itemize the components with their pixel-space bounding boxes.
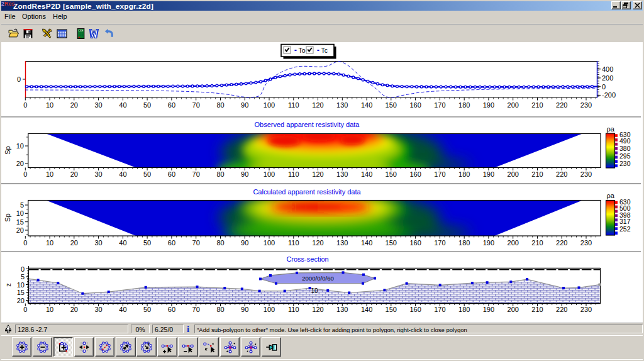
svg-text:180: 180 [458,170,470,178]
svg-text:160: 160 [409,306,421,313]
svg-text:50: 50 [143,101,151,109]
svg-text:140: 140 [361,239,372,247]
svg-text:230: 230 [580,101,592,109]
svg-text:120: 120 [312,170,323,178]
svg-text:210: 210 [531,306,543,313]
svg-text:40: 40 [119,239,126,247]
svg-text:180: 180 [458,239,470,247]
svg-text:To: To [299,47,306,54]
svg-text:Cross-section: Cross-section [286,255,328,263]
svg-text:20: 20 [17,297,25,304]
svg-text:180: 180 [458,101,470,109]
svg-text:30: 30 [94,170,102,178]
svg-text:Observed apparent resistivity: Observed apparent resistivity data [255,121,360,128]
svg-text:30: 30 [94,306,102,313]
svg-text:210: 210 [531,239,543,247]
svg-text:190: 190 [483,101,494,109]
svg-text:100: 100 [264,101,275,109]
svg-text:190: 190 [483,170,494,178]
svg-text:220: 220 [556,306,567,313]
svg-text:50: 50 [143,239,151,247]
svg-text:10: 10 [46,170,53,178]
svg-text:60: 60 [168,306,175,313]
svg-text:190: 190 [483,306,494,313]
svg-text:170: 170 [434,306,445,313]
svg-text:15: 15 [16,218,24,226]
svg-text:10: 10 [16,142,24,150]
svg-text:0: 0 [23,239,27,247]
svg-text:80: 80 [216,306,224,313]
svg-text:80: 80 [216,170,224,178]
svg-text:40: 40 [119,170,126,178]
svg-text:150: 150 [386,101,397,109]
svg-text:130: 130 [336,306,348,313]
svg-text:130: 130 [336,170,348,178]
svg-text:230: 230 [619,160,631,167]
svg-text:400: 400 [602,65,613,73]
svg-text:5: 5 [20,201,24,209]
svg-text:220: 220 [556,239,567,247]
svg-text:200: 200 [508,306,519,313]
svg-text:140: 140 [361,306,372,313]
svg-text:100: 100 [264,239,275,247]
svg-text:150: 150 [386,239,397,247]
svg-text:0: 0 [21,265,25,273]
svg-text:220: 220 [556,101,567,109]
svg-text:2000/0/0/60: 2000/0/0/60 [302,275,334,282]
svg-text:230: 230 [580,239,592,247]
svg-text:0: 0 [602,83,606,91]
svg-text:90: 90 [241,306,248,313]
svg-text:40: 40 [119,101,126,109]
svg-text:90: 90 [241,170,248,178]
svg-text:317: 317 [619,218,631,225]
svg-text:230: 230 [580,170,592,178]
svg-text:0: 0 [23,170,27,178]
svg-text:100: 100 [264,170,275,178]
svg-text:130: 130 [336,239,348,247]
svg-text:10: 10 [311,287,318,294]
svg-text:70: 70 [192,101,200,109]
svg-text:10: 10 [46,101,53,109]
svg-text:170: 170 [434,170,445,178]
svg-text:20: 20 [70,306,78,313]
svg-text:130: 130 [336,101,348,109]
svg-text:150: 150 [386,306,397,313]
svg-text:100: 100 [264,306,275,313]
svg-text:80: 80 [216,239,224,247]
svg-text:90: 90 [241,101,248,109]
svg-text:140: 140 [361,170,372,178]
svg-text:10: 10 [46,239,53,247]
svg-text:120: 120 [312,101,323,109]
svg-text:200: 200 [508,101,519,109]
svg-text:210: 210 [531,170,543,178]
svg-text:230: 230 [580,306,592,313]
svg-text:Sp: Sp [4,213,11,221]
svg-text:Tc: Tc [321,47,328,54]
svg-text:380: 380 [619,145,631,152]
svg-text:20: 20 [16,160,24,167]
svg-text:170: 170 [434,239,445,247]
svg-text:110: 110 [288,170,299,178]
svg-text:0: 0 [23,101,27,109]
svg-text:15: 15 [17,289,25,296]
svg-text:60: 60 [168,101,175,109]
svg-text:200: 200 [508,170,519,178]
svg-text:10: 10 [17,281,25,289]
svg-text:160: 160 [409,101,421,109]
svg-text:220: 220 [556,170,567,178]
svg-text:70: 70 [192,239,200,247]
svg-text:60: 60 [168,239,175,247]
svg-text:110: 110 [288,101,299,109]
svg-text:20: 20 [16,226,24,234]
svg-text:295: 295 [619,152,631,160]
svg-text:90: 90 [241,239,248,247]
svg-text:z: z [4,283,12,287]
svg-text:20: 20 [70,170,78,178]
svg-text:200: 200 [508,239,519,247]
svg-text:ρa: ρa [607,192,615,199]
svg-text:150: 150 [386,170,397,178]
svg-text:200: 200 [602,74,613,82]
svg-text:Sp: Sp [4,146,11,154]
svg-text:80: 80 [216,101,224,109]
svg-text:170: 170 [434,101,445,109]
